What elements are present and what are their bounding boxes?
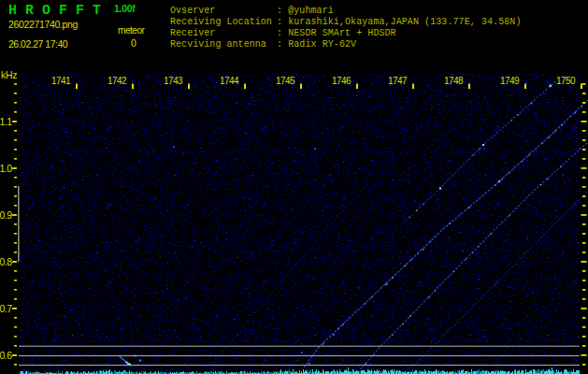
svg-text:F: F xyxy=(76,3,84,18)
svg-text:1747: 1747 xyxy=(388,76,408,86)
svg-text:1741: 1741 xyxy=(51,76,71,86)
svg-text:0.8: 0.8 xyxy=(0,256,12,267)
svg-text:0: 0 xyxy=(131,37,136,49)
svg-text:Ovserver: Ovserver xyxy=(170,6,215,16)
svg-text:: kurashiki,Okayama,JAPAN (133: : kurashiki,Okayama,JAPAN (133.77E, 34.5… xyxy=(277,17,521,27)
svg-text:1748: 1748 xyxy=(444,76,464,86)
svg-text:1746: 1746 xyxy=(332,76,351,86)
svg-text:: NESDR SMArt + HDSDR: : NESDR SMArt + HDSDR xyxy=(277,28,396,38)
svg-text:1.0: 1.0 xyxy=(0,163,12,174)
svg-text:meteor: meteor xyxy=(118,25,146,36)
svg-text:H: H xyxy=(8,3,17,18)
svg-text:R: R xyxy=(25,3,34,18)
svg-text:O: O xyxy=(42,3,50,18)
svg-text:1749: 1749 xyxy=(500,76,520,86)
svg-text:0.7: 0.7 xyxy=(0,303,12,314)
svg-text:: Radix RY-62V: : Radix RY-62V xyxy=(277,39,356,50)
svg-text:26.02.27 17:40: 26.02.27 17:40 xyxy=(8,38,68,50)
svg-text:Receiving Location: Receiving Location xyxy=(170,17,272,27)
svg-text:2602271740.png: 2602271740.png xyxy=(8,19,78,30)
svg-text:1745: 1745 xyxy=(276,76,295,86)
svg-text:F: F xyxy=(59,3,67,18)
svg-text:1.1: 1.1 xyxy=(0,116,12,127)
svg-text:T: T xyxy=(93,3,101,18)
svg-text:Recviving antenna: Recviving antenna xyxy=(170,39,266,50)
svg-text:kHz: kHz xyxy=(1,69,17,80)
svg-text:0.6: 0.6 xyxy=(0,350,12,361)
svg-text:1750: 1750 xyxy=(556,76,576,86)
svg-text:1.00f: 1.00f xyxy=(114,3,136,14)
svg-text:1742: 1742 xyxy=(108,76,127,86)
svg-text:: @yuhmari: : @yuhmari xyxy=(277,6,334,16)
svg-text:0.9: 0.9 xyxy=(0,209,12,221)
svg-text:Receiver: Receiver xyxy=(170,28,215,38)
svg-text:1743: 1743 xyxy=(164,76,183,86)
svg-text:1744: 1744 xyxy=(220,76,239,86)
